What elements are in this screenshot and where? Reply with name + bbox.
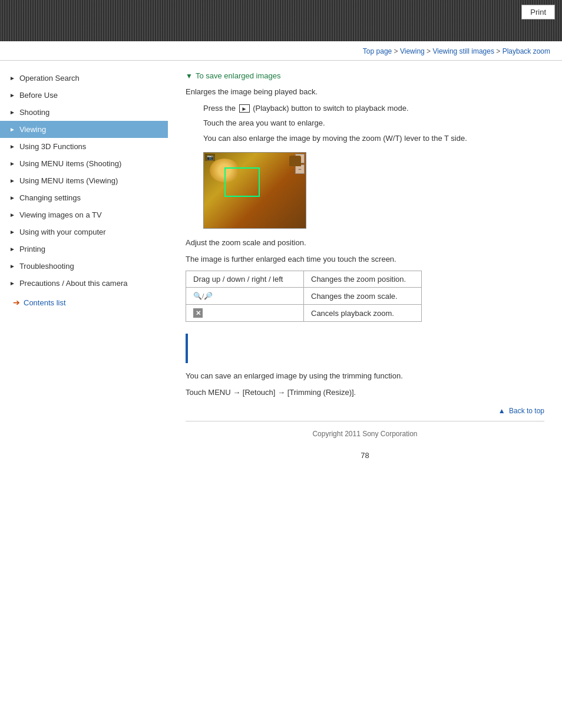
- arrow-icon: ►: [9, 246, 15, 252]
- sidebar-label: Using with your computer: [19, 228, 106, 236]
- arrow-icon: ►: [9, 229, 15, 235]
- triangle-icon: ▼: [186, 72, 193, 80]
- sidebar-label: Using MENU items (Viewing): [19, 176, 118, 185]
- page-number: 78: [186, 451, 544, 460]
- para-adjust: Adjust the zoom scale and position.: [186, 237, 544, 249]
- para-save-trimming: You can save an enlarged image by using …: [186, 370, 544, 382]
- back-to-top-link[interactable]: ▲ Back to top: [186, 407, 544, 415]
- table-cell-action-3: ✕: [186, 305, 304, 322]
- contents-list-label: Contents list: [24, 298, 66, 307]
- table-row: 🔍/🔎 Changes the zoom scale.: [186, 288, 422, 305]
- sidebar-item-operation-search[interactable]: ► Operation Search: [0, 70, 168, 87]
- sidebar-label: Troubleshooting: [19, 262, 74, 271]
- blue-bar: [186, 334, 188, 363]
- table-cell-action-2: 🔍/🔎: [186, 288, 304, 305]
- para2-prefix: Press the: [203, 104, 236, 113]
- zoom-table: Drag up / down / right / left Changes th…: [186, 271, 422, 322]
- section-heading-text: To save enlarged images: [196, 71, 281, 80]
- table-row: ✕ Cancels playback zoom.: [186, 305, 422, 322]
- arrow-icon: ►: [9, 75, 15, 81]
- playback-icon: ►: [239, 104, 250, 113]
- cat-overlay-icons: + −: [295, 154, 305, 174]
- para-touch: Touch the area you want to enlarge.: [203, 117, 544, 129]
- sidebar-label: Changing settings: [19, 193, 81, 202]
- para-enlarges: Enlarges the image being played back.: [186, 86, 544, 98]
- sidebar-label: Viewing: [19, 125, 46, 134]
- sidebar: ► Operation Search ► Before Use ► Shooti…: [0, 61, 168, 472]
- sidebar-label: Precautions / About this camera: [19, 279, 128, 288]
- contents-list-link[interactable]: ➔ Contents list: [0, 292, 168, 313]
- copyright-text: Copyright 2011 Sony Corporation: [312, 430, 417, 438]
- sidebar-label: Using MENU items (Shooting): [19, 159, 121, 168]
- header-bar: Print: [0, 0, 562, 41]
- breadcrumb-top-page[interactable]: Top page: [363, 47, 392, 55]
- sidebar-item-printing[interactable]: ► Printing: [0, 241, 168, 258]
- back-to-top-label: Back to top: [509, 407, 544, 415]
- breadcrumb-current: Playback zoom: [503, 47, 550, 55]
- table-cell-desc-1: Changes the zoom position.: [304, 271, 422, 288]
- arrow-icon: ►: [9, 143, 15, 150]
- sidebar-item-using-3d[interactable]: ► Using 3D Functions: [0, 138, 168, 155]
- arrow-icon: ►: [9, 160, 15, 167]
- sidebar-item-viewing[interactable]: ► Viewing: [0, 121, 168, 138]
- cat-overlay-tl: 📷: [205, 154, 215, 161]
- para-touch-menu: Touch MENU → [Retouch] → [Trimming (Resi…: [186, 387, 544, 398]
- zoom-minus-icon: −: [295, 164, 305, 174]
- sidebar-label: Operation Search: [19, 74, 80, 83]
- breadcrumb-viewing[interactable]: Viewing: [400, 47, 425, 55]
- sidebar-label: Before Use: [19, 91, 58, 100]
- sidebar-label: Viewing images on a TV: [19, 210, 102, 219]
- para-press: Press the ► (Playback) button to switch …: [203, 103, 544, 114]
- sidebar-label: Using 3D Functions: [19, 142, 86, 151]
- table-cell-action-1: Drag up / down / right / left: [186, 271, 304, 288]
- table-row: Drag up / down / right / left Changes th…: [186, 271, 422, 288]
- table-cell-desc-2: Changes the zoom scale.: [304, 288, 422, 305]
- sidebar-item-using-computer[interactable]: ► Using with your computer: [0, 223, 168, 241]
- sidebar-item-changing-settings[interactable]: ► Changing settings: [0, 189, 168, 206]
- arrow-icon: ►: [9, 109, 15, 116]
- content-area: ▼ To save enlarged images Enlarges the i…: [168, 61, 562, 472]
- sidebar-label: Printing: [19, 245, 45, 253]
- sidebar-item-before-use[interactable]: ► Before Use: [0, 87, 168, 104]
- cat-photo: 📷 + −: [203, 152, 306, 229]
- footer: Copyright 2011 Sony Corporation: [186, 421, 544, 446]
- print-button[interactable]: Print: [521, 5, 555, 19]
- triangle-up-icon: ▲: [498, 407, 505, 415]
- sidebar-label: Shooting: [19, 108, 49, 117]
- sidebar-item-troubleshooting[interactable]: ► Troubleshooting: [0, 258, 168, 275]
- para-also-enlarge: You can also enlarge the image by moving…: [203, 133, 544, 144]
- para-further: The image is further enlarged each time …: [186, 253, 544, 265]
- arrow-icon: ►: [9, 177, 15, 184]
- table-cell-desc-3: Cancels playback zoom.: [304, 305, 422, 322]
- arrow-icon: ►: [9, 263, 15, 269]
- breadcrumb: Top page > Viewing > Viewing still image…: [0, 41, 562, 61]
- arrow-icon: ►: [9, 212, 15, 218]
- sidebar-item-using-menu-shooting[interactable]: ► Using MENU items (Shooting): [0, 155, 168, 172]
- zoom-plus-icon: +: [295, 154, 305, 163]
- sidebar-item-viewing-tv[interactable]: ► Viewing images on a TV: [0, 206, 168, 223]
- x-icon: ✕: [193, 308, 203, 318]
- para2-suffix: (Playback) button to switch to playback …: [253, 104, 408, 113]
- section-title: ▼ To save enlarged images: [186, 71, 544, 80]
- focus-box: [224, 167, 260, 197]
- arrow-icon: ►: [9, 126, 15, 133]
- breadcrumb-viewing-still[interactable]: Viewing still images: [432, 47, 494, 55]
- zoom-icon: 🔍/🔎: [193, 292, 213, 300]
- main-layout: ► Operation Search ► Before Use ► Shooti…: [0, 61, 562, 472]
- sidebar-item-shooting[interactable]: ► Shooting: [0, 104, 168, 121]
- sidebar-item-precautions[interactable]: ► Precautions / About this camera: [0, 275, 168, 292]
- arrow-icon: ►: [9, 195, 15, 201]
- arrow-right-icon: ➔: [13, 298, 20, 307]
- sidebar-item-using-menu-viewing[interactable]: ► Using MENU items (Viewing): [0, 172, 168, 189]
- arrow-icon: ►: [9, 92, 15, 98]
- arrow-icon: ►: [9, 280, 15, 286]
